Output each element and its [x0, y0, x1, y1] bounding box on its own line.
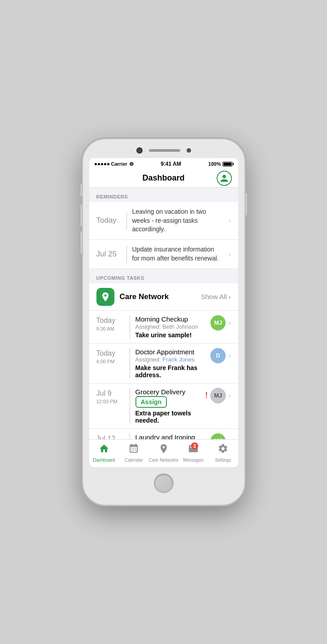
task-title-4: Laundry and Ironing [135, 433, 206, 439]
reminder-item-1[interactable]: Today Leaving on vacation in two weeks -… [89, 202, 238, 240]
task-note-2: Make sure Frank has address. [135, 364, 206, 379]
task-date-2: Today 4:00 PM [96, 348, 124, 365]
tab-messages-label: Messages [183, 458, 204, 463]
tab-care-networks[interactable]: Care Networks [148, 443, 178, 463]
silent-switch [80, 184, 82, 197]
avatar-4: MJ [210, 433, 226, 439]
task-assigned-1: Assigned: Beth Johnson [135, 323, 206, 330]
task-right-4: MJ › [210, 433, 231, 439]
tab-dashboard[interactable]: Dashboard [89, 443, 119, 463]
care-network-title: Care Network [120, 292, 201, 301]
status-bar: Carrier ⊜ 9:41 AM 100% [89, 158, 238, 169]
assign-button[interactable]: Assign [135, 396, 167, 408]
task-chevron-3: › [228, 392, 231, 400]
show-all-button[interactable]: Show All › [201, 293, 231, 300]
carrier-name: Carrier [111, 161, 127, 167]
earpiece-speaker [149, 149, 180, 152]
task-content-4: Laundry and Ironing Assigned: Beth Johns… [135, 433, 206, 439]
assigned-name-blue: Frank Jones [162, 356, 195, 363]
show-all-chevron: › [229, 293, 231, 300]
task-right-1: MJ › [210, 315, 231, 331]
task-note-3: Extra paper towels needed. [135, 410, 201, 424]
signal-dot-1 [95, 163, 97, 165]
task-row-2[interactable]: Today 4:00 PM Doctor Appointment Assigne… [89, 344, 238, 384]
task-chevron-4: › [228, 437, 231, 439]
phone-bottom [89, 467, 238, 497]
task-right-3: ! MJ › [205, 388, 231, 403]
reminder-divider-1 [126, 212, 127, 229]
phone-screen: Carrier ⊜ 9:41 AM 100% Dashboard [89, 158, 238, 467]
task-divider-3 [130, 388, 130, 424]
care-network-icon [100, 291, 111, 302]
volume-up-button [80, 204, 82, 227]
calendar-icon [128, 443, 139, 456]
task-title-1: Morning Checkup [135, 315, 206, 323]
care-network-icon-wrap [96, 288, 114, 306]
task-chevron-1: › [228, 319, 231, 327]
task-title-2: Doctor Appointment [135, 348, 206, 356]
avatar-1: MJ [210, 315, 226, 331]
signal-strength [95, 163, 109, 165]
task-row-4[interactable]: Jul 12 10:00 AM Laundry and Ironing Assi… [89, 429, 238, 439]
tab-messages[interactable]: 2 Messages [179, 443, 208, 463]
page-title: Dashboard [142, 173, 184, 183]
signal-dot-5 [107, 163, 109, 165]
task-row-3[interactable]: Jul 9 12:00 PM Grocery Delivery Assign E… [89, 384, 238, 429]
task-note-1: Take urine sample! [135, 331, 206, 339]
task-content-3: Grocery Delivery Assign Extra paper towe… [135, 388, 201, 424]
reminder-text-2: Update insurance information for mom aft… [132, 245, 223, 263]
person-icon [220, 174, 229, 183]
task-divider-1 [130, 315, 130, 339]
status-left: Carrier ⊜ [95, 161, 134, 167]
reminder-date-1: Today [96, 216, 121, 225]
messages-badge: 2 [191, 442, 198, 450]
power-button [245, 193, 247, 216]
task-chevron-2: › [228, 352, 231, 360]
avatar-3: MJ [210, 388, 226, 403]
task-divider-4 [130, 433, 130, 439]
battery-fill [223, 163, 231, 166]
profile-button[interactable] [217, 171, 232, 186]
task-date-4: Jul 12 10:00 AM [96, 433, 124, 439]
task-content-2: Doctor Appointment Assigned: Frank Jones… [135, 348, 206, 379]
tab-bar: Dashboard Calendar Care Networks [89, 439, 238, 467]
reminder-divider-2 [126, 245, 127, 263]
front-camera [136, 147, 143, 154]
tab-dashboard-label: Dashboard [93, 458, 115, 463]
care-network-header: Care Network Show All › [89, 283, 238, 311]
reminder-item-2[interactable]: Jul 25 Update insurance information for … [89, 240, 238, 269]
status-right: 100% [208, 161, 232, 167]
reminder-date-2: Jul 25 [96, 249, 121, 259]
avatar-2: D [210, 348, 226, 363]
show-all-label: Show All [201, 293, 227, 300]
app-header: Dashboard [89, 169, 238, 188]
tab-settings-label: Settings [215, 458, 231, 463]
phone-frame: Carrier ⊜ 9:41 AM 100% Dashboard [83, 139, 244, 505]
phone-top-hardware [89, 147, 238, 158]
home-icon [99, 443, 109, 456]
reminder-chevron-1: › [228, 216, 231, 225]
task-content-1: Morning Checkup Assigned: Beth Johnson T… [135, 315, 206, 339]
settings-icon [218, 443, 228, 456]
tab-settings[interactable]: Settings [208, 443, 238, 463]
tab-calendar[interactable]: Calendar [119, 443, 148, 463]
tab-care-networks-label: Care Networks [148, 458, 178, 463]
task-assigned-2: Assigned: Frank Jones [135, 356, 206, 363]
task-date-3: Jul 9 12:00 PM [96, 388, 124, 405]
home-button[interactable] [154, 473, 174, 493]
alert-icon: ! [205, 391, 208, 400]
tab-calendar-label: Calendar [125, 458, 143, 463]
battery-icon [222, 162, 232, 167]
sensor-dot [187, 148, 191, 153]
status-time: 9:41 AM [161, 161, 181, 167]
battery-percent: 100% [208, 161, 221, 167]
reminder-text-1: Leaving on vacation in two weeks - re-as… [132, 207, 223, 234]
task-date-1: Today 9:30 AM [96, 315, 124, 332]
signal-dot-2 [98, 163, 100, 165]
scroll-area[interactable]: REMINDERS Today Leaving on vacation in t… [89, 188, 238, 439]
task-title-3: Grocery Delivery [135, 388, 201, 396]
volume-down-button [80, 231, 82, 254]
signal-dot-3 [101, 163, 103, 165]
task-row-1[interactable]: Today 9:30 AM Morning Checkup Assigned: … [89, 311, 238, 344]
reminder-chevron-2: › [228, 250, 231, 258]
